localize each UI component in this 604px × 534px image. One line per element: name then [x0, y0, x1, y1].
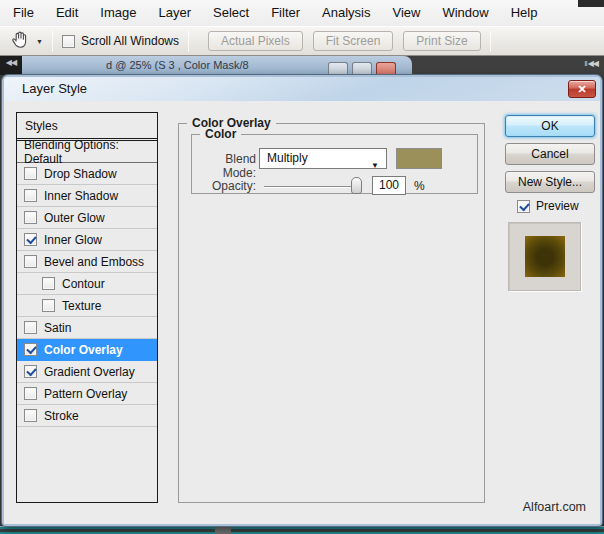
opacity-unit: % — [414, 179, 425, 193]
styles-row-outer-glow[interactable]: Outer Glow — [17, 207, 157, 229]
fit-screen-button[interactable]: Fit Screen — [313, 31, 394, 51]
checkbox-icon[interactable] — [517, 200, 530, 213]
blend-color-swatch[interactable] — [396, 148, 442, 169]
style-row-label: Drop Shadow — [44, 167, 117, 181]
styles-row-contour[interactable]: Contour — [17, 273, 157, 295]
menu-item-analysis[interactable]: Analysis — [311, 0, 381, 26]
collapse-left-button[interactable]: ◀◀ — [0, 56, 22, 75]
toolbar-separator — [490, 30, 491, 52]
styles-row-satin[interactable]: Satin — [17, 317, 157, 339]
document-title-fragment: d @ 25% (S 3 , Color Mask/8 — [106, 59, 249, 71]
style-row-label: Gradient Overlay — [44, 365, 135, 379]
styles-row-texture[interactable]: Texture — [17, 295, 157, 317]
chevron-down-icon: ▼ — [371, 156, 379, 175]
panel-dock-strip: ‖ ◀◀ — [412, 56, 604, 75]
style-row-label: Texture — [62, 299, 101, 313]
styles-row-color-overlay[interactable]: Color Overlay — [17, 339, 157, 361]
menu-item-view[interactable]: View — [381, 0, 431, 26]
menu-item-edit[interactable]: Edit — [45, 0, 89, 26]
style-row-label: Contour — [62, 277, 105, 291]
checkbox-icon[interactable] — [24, 365, 37, 378]
styles-row-pattern-overlay[interactable]: Pattern Overlay — [17, 383, 157, 405]
style-row-label: Blending Options: Default — [24, 138, 157, 166]
styles-row-inner-glow[interactable]: Inner Glow — [17, 229, 157, 251]
menu-item-filter[interactable]: Filter — [260, 0, 311, 26]
styles-row-stroke[interactable]: Stroke — [17, 405, 157, 427]
dialog-title: Layer Style — [22, 81, 87, 96]
styles-row-blending-options-default[interactable]: Blending Options: Default — [17, 141, 157, 163]
preview-option[interactable]: Preview — [517, 199, 579, 213]
photoshop-window: FileEditImageLayerSelectFilterAnalysisVi… — [0, 0, 604, 534]
restore-button[interactable] — [352, 62, 372, 75]
hand-icon — [10, 30, 30, 53]
checkbox-icon[interactable] — [24, 167, 37, 180]
dialog-content: Styles Blending Options: DefaultDrop Sha… — [4, 101, 600, 524]
cancel-button[interactable]: Cancel — [505, 143, 595, 165]
checkbox-icon[interactable] — [24, 409, 37, 422]
new-style-button[interactable]: New Style... — [505, 171, 595, 193]
menu-item-layer[interactable]: Layer — [148, 0, 203, 26]
close-icon[interactable]: ✕ — [568, 80, 596, 98]
menu-item-image[interactable]: Image — [89, 0, 147, 26]
print-size-button[interactable]: Print Size — [403, 31, 480, 51]
menu-item-help[interactable]: Help — [500, 0, 549, 26]
style-row-label: Pattern Overlay — [44, 387, 127, 401]
ok-button[interactable]: OK — [505, 115, 595, 137]
hand-tool-button[interactable]: ▼ — [10, 30, 43, 53]
menu-item-window[interactable]: Window — [431, 0, 499, 26]
styles-list: Blending Options: DefaultDrop ShadowInne… — [17, 141, 157, 427]
opacity-slider-thumb[interactable] — [351, 177, 362, 194]
blend-mode-value: Multiply — [267, 151, 308, 165]
color-subgroup-title: Color — [200, 127, 241, 141]
background-panel-corner — [578, 0, 604, 7]
dialog-titlebar[interactable]: Layer Style ✕ — [4, 77, 600, 101]
background-bottom-strip — [0, 526, 604, 534]
preview-label: Preview — [536, 199, 579, 213]
scrollbar-knob[interactable] — [215, 526, 231, 534]
checkbox-icon[interactable] — [42, 299, 55, 312]
actual-pixels-button[interactable]: Actual Pixels — [208, 31, 303, 51]
scroll-all-windows-option[interactable]: Scroll All Windows — [62, 34, 179, 48]
style-row-label: Inner Shadow — [44, 189, 118, 203]
opacity-input[interactable]: 100 — [372, 176, 406, 195]
opacity-slider-track[interactable] — [264, 186, 362, 188]
document-titlebar[interactable]: d @ 25% (S 3 , Color Mask/8 — [22, 56, 412, 75]
style-preview-thumbnail — [508, 222, 581, 291]
minimize-button[interactable] — [328, 62, 348, 75]
menu-item-file[interactable]: File — [2, 0, 45, 26]
menu-item-select[interactable]: Select — [202, 0, 260, 26]
styles-row-bevel-and-emboss[interactable]: Bevel and Emboss — [17, 251, 157, 273]
checkbox-icon[interactable] — [24, 321, 37, 334]
styles-row-inner-shadow[interactable]: Inner Shadow — [17, 185, 157, 207]
watermark-text: Alfoart.com — [523, 500, 586, 514]
styles-panel: Styles Blending Options: DefaultDrop Sha… — [16, 112, 158, 503]
checkbox-icon[interactable] — [24, 343, 37, 356]
styles-panel-header: Styles — [17, 113, 157, 139]
style-row-label: Inner Glow — [44, 233, 102, 247]
checkbox-icon[interactable] — [24, 211, 37, 224]
collapse-right-button[interactable]: ‖ ◀◀ — [584, 59, 598, 68]
opacity-label: Opacity: — [196, 179, 256, 193]
style-row-label: Satin — [44, 321, 71, 335]
toolbar-buttons: Actual PixelsFit ScreenPrint Size — [208, 31, 481, 51]
checkbox-icon[interactable] — [24, 387, 37, 400]
toolbar-separator — [52, 30, 53, 52]
background-document-strip: ◀◀ d @ 25% (S 3 , Color Mask/8 ‖ ◀◀ — [0, 56, 604, 75]
close-doc-button[interactable] — [376, 62, 396, 75]
checkbox-icon[interactable] — [42, 277, 55, 290]
checkbox-icon[interactable] — [24, 189, 37, 202]
style-row-label: Bevel and Emboss — [44, 255, 144, 269]
blend-mode-label: Blend Mode: — [196, 152, 256, 180]
checkbox-icon[interactable] — [24, 255, 37, 268]
color-subgroup: Color Blend Mode: Multiply ▼ Opacity: 10… — [191, 134, 478, 194]
color-overlay-group: Color Overlay Color Blend Mode: Multiply… — [178, 123, 485, 503]
checkbox-icon[interactable] — [24, 233, 37, 246]
style-row-label: Stroke — [44, 409, 79, 423]
styles-row-gradient-overlay[interactable]: Gradient Overlay — [17, 361, 157, 383]
preview-swatch — [525, 236, 565, 277]
styles-row-drop-shadow[interactable]: Drop Shadow — [17, 163, 157, 185]
blend-mode-select[interactable]: Multiply ▼ — [259, 148, 387, 169]
checkbox-icon[interactable] — [62, 35, 75, 48]
chevron-down-icon[interactable]: ▼ — [36, 38, 43, 45]
layer-style-dialog: Layer Style ✕ Styles Blending Options: D… — [2, 75, 602, 526]
